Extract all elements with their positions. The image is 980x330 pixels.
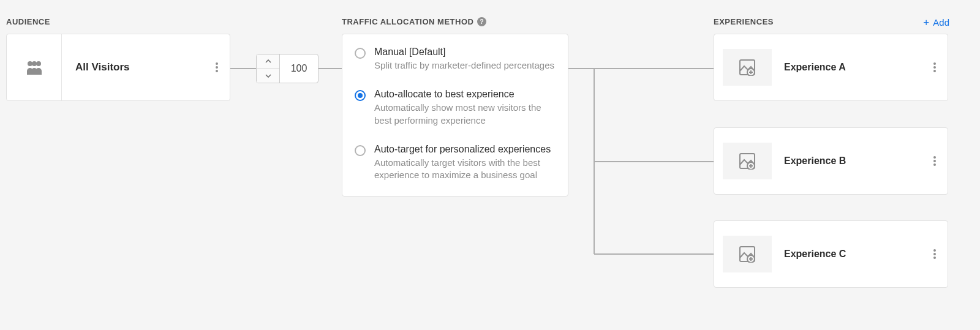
experience-more-button[interactable] xyxy=(922,156,948,166)
audience-section-header: AUDIENCE xyxy=(6,17,50,26)
experience-card-b[interactable]: Experience B xyxy=(714,127,948,195)
audience-card[interactable]: All Visitors xyxy=(6,34,230,101)
option-manual[interactable]: Manual [Default] Split traffic by market… xyxy=(355,47,556,72)
more-vertical-icon xyxy=(933,156,936,166)
svg-point-17 xyxy=(933,70,936,72)
svg-point-20 xyxy=(933,156,936,159)
radio-auto-target[interactable] xyxy=(355,145,366,156)
experiences-section-label: EXPERIENCES xyxy=(714,17,774,26)
stepper-down-button[interactable] xyxy=(257,69,279,83)
svg-point-11 xyxy=(216,66,218,69)
chevron-up-icon xyxy=(265,59,271,63)
experience-thumbnail xyxy=(723,49,772,86)
svg-point-26 xyxy=(933,253,936,255)
traffic-section-label: TRAFFIC ALLOCATION METHOD xyxy=(342,17,473,26)
option-manual-title: Manual [Default] xyxy=(374,47,554,58)
experiences-section-header: EXPERIENCES xyxy=(714,17,774,26)
more-vertical-icon xyxy=(933,62,936,72)
option-auto-target[interactable]: Auto-target for personalized experiences… xyxy=(355,144,556,182)
stepper-value: 100 xyxy=(280,54,318,83)
traffic-section-header: TRAFFIC ALLOCATION METHOD ? xyxy=(342,17,486,26)
option-manual-desc: Split traffic by marketer-defined percen… xyxy=(374,59,554,72)
option-auto-allocate-desc: Automatically show most new visitors the… xyxy=(374,102,556,127)
audience-more-button[interactable] xyxy=(204,62,230,72)
more-vertical-icon xyxy=(216,62,218,72)
traffic-allocation-card: Manual [Default] Split traffic by market… xyxy=(342,34,568,197)
svg-point-22 xyxy=(933,163,936,166)
option-auto-target-desc: Automatically target visitors with the b… xyxy=(374,157,556,182)
svg-point-12 xyxy=(216,70,218,72)
experience-card-a[interactable]: Experience A xyxy=(714,34,948,101)
option-auto-allocate-title: Auto-allocate to best experience xyxy=(374,89,556,100)
svg-point-21 xyxy=(933,160,936,162)
svg-point-16 xyxy=(933,66,936,69)
add-label: Add xyxy=(933,17,949,28)
experience-thumbnail xyxy=(723,236,772,272)
svg-point-27 xyxy=(933,257,936,259)
more-vertical-icon xyxy=(933,249,936,259)
svg-point-7 xyxy=(28,61,32,66)
image-add-icon xyxy=(739,246,756,263)
radio-manual[interactable] xyxy=(355,48,366,59)
option-auto-target-title: Auto-target for personalized experiences xyxy=(374,144,556,155)
audience-section-label: AUDIENCE xyxy=(6,17,50,26)
experience-more-button[interactable] xyxy=(922,249,948,259)
experience-name: Experience B xyxy=(784,156,922,167)
experience-card-c[interactable]: Experience C xyxy=(714,220,948,288)
experience-name: Experience C xyxy=(784,249,922,260)
experience-name: Experience A xyxy=(784,62,922,73)
experience-thumbnail xyxy=(723,143,772,179)
experience-more-button[interactable] xyxy=(922,62,948,72)
image-add-icon xyxy=(739,152,756,170)
radio-auto-allocate[interactable] xyxy=(355,90,366,101)
svg-point-15 xyxy=(933,62,936,65)
svg-point-10 xyxy=(216,62,218,65)
svg-point-8 xyxy=(32,61,37,66)
plus-icon: + xyxy=(923,17,929,28)
help-icon[interactable]: ? xyxy=(477,17,486,26)
svg-point-25 xyxy=(933,249,936,252)
add-experience-button[interactable]: + Add xyxy=(923,17,949,28)
svg-point-9 xyxy=(36,61,41,66)
traffic-percentage-stepper[interactable]: 100 xyxy=(256,54,318,83)
image-add-icon xyxy=(739,59,756,76)
audience-icon xyxy=(7,34,62,100)
chevron-down-icon xyxy=(265,74,271,78)
stepper-up-button[interactable] xyxy=(257,54,279,69)
audience-name: All Visitors xyxy=(62,61,204,73)
option-auto-allocate[interactable]: Auto-allocate to best experience Automat… xyxy=(355,89,556,127)
